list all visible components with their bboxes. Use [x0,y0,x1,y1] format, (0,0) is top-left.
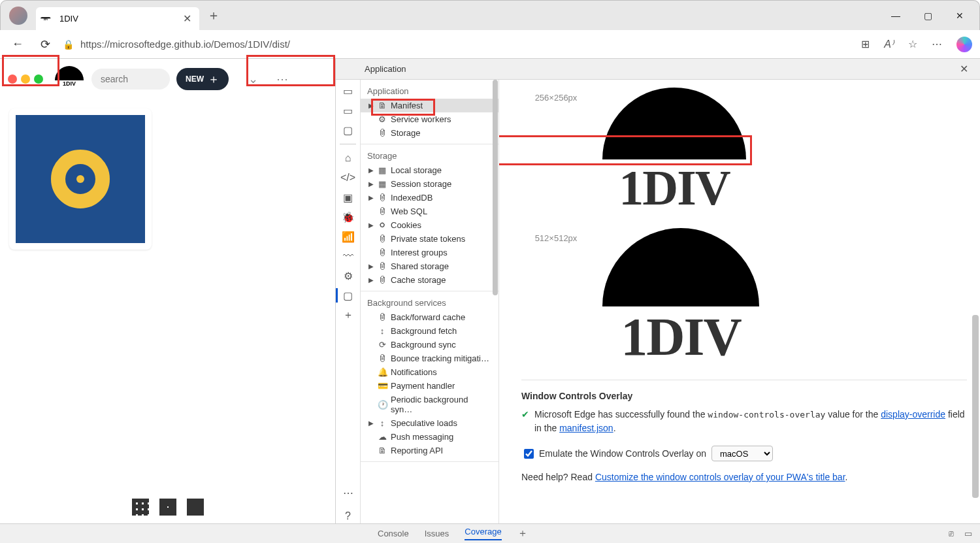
wco-section: Window Controls Overlay ✔ Microsoft Edge… [521,380,967,482]
browser-titlebar: 1DIV 1DIV ✕ ＋ — ▢ ✕ [0,0,980,30]
tree-item-local-storage[interactable]: ▶▦Local storage [361,163,498,177]
file-icon: 🗎 [378,101,387,110]
tree-item-session-storage[interactable]: ▶▦Session storage [361,177,498,191]
sources-icon[interactable]: </> [341,171,355,185]
drawer-collapse-icon[interactable]: ▭ [964,529,972,538]
tree-item-bg-fetch[interactable]: ↕Background fetch [361,324,498,338]
devtools-drawer: Console Issues Coverage ＋ ⎚ ▭ [0,523,980,543]
performance-icon[interactable]: 〰 [341,249,355,263]
demo-tile[interactable] [9,108,152,250]
tree-item-indexeddb[interactable]: ▶🛢IndexedDB [361,191,498,205]
chevron-down-icon[interactable]: ⌄ [248,72,258,86]
tree-item-cookies[interactable]: ▶⭘Cookies [361,218,498,232]
grid4-icon[interactable] [159,499,176,516]
emulate-wco-label: Emulate the Window Controls Overlay on [539,448,706,459]
window-maximize-icon[interactable]: ▢ [924,10,932,21]
window-close-icon[interactable]: ✕ [956,10,964,21]
tree-item-interest-groups[interactable]: 🛢Interest groups [361,246,498,259]
gear-icon: ⚙ [378,114,387,124]
read-aloud-icon[interactable]: A⁾ [884,38,894,50]
wco-help-link[interactable]: Customize the window controls overlay of… [595,472,845,482]
scrollbar-thumb[interactable] [972,315,979,498]
icon-dimensions: 512×512px [521,228,591,243]
tree-item-websql[interactable]: 🛢Web SQL [361,205,498,218]
tree-item-bounce[interactable]: 🛢Bounce tracking mitigati… [361,352,498,365]
drawer-tab-console[interactable]: Console [378,529,409,538]
new-button-label: NEW [186,74,204,84]
debug-icon[interactable]: 🐞 [341,210,355,224]
tree-item-cache-storage[interactable]: ▶🛢Cache storage [361,273,498,287]
devtools-header: Application ✕ [336,59,980,80]
fullscreen-dot[interactable] [34,74,43,84]
more-dots-icon[interactable]: ⋯ [276,72,288,86]
tree-item-notifications[interactable]: 🔔Notifications [361,365,498,379]
tree-item-speculative[interactable]: ▶↕Speculative loads [361,416,498,430]
network-icon[interactable]: 📶 [341,229,355,244]
profile-avatar[interactable] [9,7,27,25]
inspect-icon[interactable]: ▭ [341,84,355,98]
copilot-icon[interactable] [956,37,972,52]
tree-item-bf-cache[interactable]: 🛢Back/forward cache [361,310,498,324]
tree-item-bg-sync[interactable]: ⟳Background sync [361,338,498,352]
emulate-os-select[interactable]: macOS [711,446,773,461]
tree-item-periodic[interactable]: 🕐Periodic background syn… [361,393,498,416]
more-tools-icon[interactable]: ＋ [341,308,355,322]
tree-item-push[interactable]: ☁Push messaging [361,430,498,444]
manifest-detail-pane: 256×256px 1DIV 512×512px 1DIV Window Con… [499,80,980,523]
help-icon[interactable]: ? [341,509,355,523]
app-logo: 1DIV [54,66,85,92]
tree-section-head: Storage [361,148,498,163]
devtools-panel-title: Application [365,64,406,74]
tree-item-manifest[interactable]: ▶🗎Manifest [361,99,498,112]
favorite-icon[interactable]: ☆ [908,38,917,50]
extensions-icon[interactable]: ⊞ [861,38,870,50]
tree-item-private-tokens[interactable]: 🛢Private state tokens [361,232,498,246]
more-icon[interactable]: ⋯ [932,38,942,50]
back-button[interactable]: ← [8,37,27,51]
browser-tab[interactable]: 1DIV 1DIV ✕ [36,7,199,31]
window-minimize-icon[interactable]: — [891,10,900,21]
devtools-activity-bar: ▭ ▭ ▢ ⌂ </> ▣ 🐞 📶 〰 ⚙ ▢ ＋ ⋯ ? [336,80,361,523]
pwa-titlebar: 1DIV NEW＋ ⌄ ⋯ [0,59,335,99]
welcome-icon[interactable]: ⌂ [341,151,355,165]
display-override-link[interactable]: display-override [881,409,945,420]
storage-icon: 🛢 [378,128,387,138]
tree-section-head: Background services [361,295,498,310]
drawer-dock-icon[interactable]: ⎚ [949,529,954,538]
close-dot[interactable] [8,74,17,84]
window-controls: — ▢ ✕ [891,10,979,21]
drawer-tab-coverage[interactable]: Coverage [465,527,501,540]
app-icon-512: 1DIV [602,228,759,368]
rail-more-icon[interactable]: ⋯ [341,485,355,500]
tree-item-reporting[interactable]: 🗎Reporting API [361,444,498,457]
elements-icon[interactable]: ▢ [341,123,355,137]
devtools: Application ✕ ▭ ▭ ▢ ⌂ </> ▣ 🐞 📶 〰 ⚙ ▢ ＋ … [336,59,980,523]
url-box[interactable]: 🔒 https://microsoftedge.github.io/Demos/… [63,39,853,50]
console-tool-icon[interactable]: ▣ [341,190,355,205]
traffic-lights[interactable] [8,74,43,84]
devtools-close-icon[interactable]: ✕ [960,63,968,75]
new-tab-button[interactable]: ＋ [207,7,220,24]
emulate-wco-checkbox[interactable] [524,449,534,459]
app-icon-256: 1DIV [602,88,746,216]
grid1-icon[interactable] [187,499,204,516]
tab-title: 1DIV [59,14,78,24]
search-input[interactable] [91,69,170,90]
view-switcher [0,491,335,523]
tree-item-payment[interactable]: 💳Payment handler [361,379,498,393]
device-icon[interactable]: ▭ [341,103,355,118]
drawer-tab-issues[interactable]: Issues [425,529,449,538]
application-icon[interactable]: ▢ [341,288,355,303]
tree-item-shared-storage[interactable]: ▶🛢Shared storage [361,259,498,273]
minimize-dot[interactable] [21,74,30,84]
manifest-json-link[interactable]: manifest.json [559,423,613,433]
grid9-icon[interactable] [132,499,149,516]
reload-button[interactable]: ⟳ [35,37,55,52]
tree-item-service-workers[interactable]: ⚙Service workers [361,112,498,126]
memory-icon[interactable]: ⚙ [341,269,355,283]
tree-item-storage-app[interactable]: 🛢Storage [361,126,498,140]
drawer-add-tab-icon[interactable]: ＋ [517,527,528,540]
new-button[interactable]: NEW＋ [176,68,229,90]
tab-close-icon[interactable]: ✕ [183,12,191,25]
scrollbar-thumb[interactable] [493,80,498,295]
